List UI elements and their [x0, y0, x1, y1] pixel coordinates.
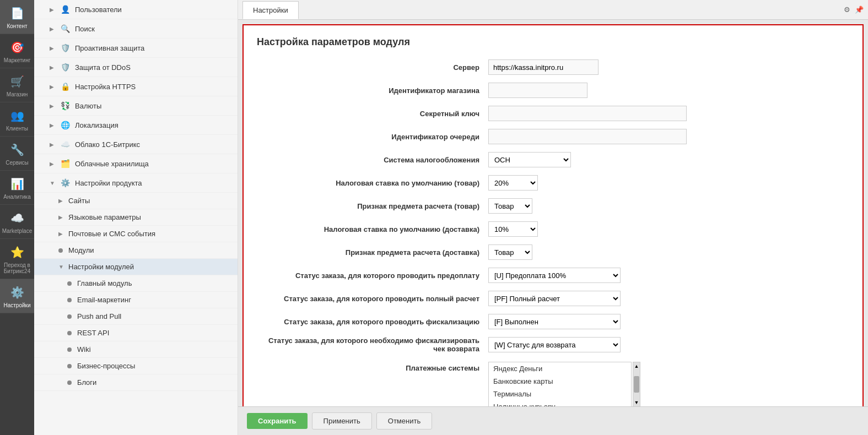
sidebar-icon-settings[interactable]: ⚙️Настройки: [0, 279, 34, 313]
tax-system-label: Система налогообложения: [257, 156, 488, 164]
server-row: Сервер: [257, 59, 849, 75]
listbox-scrollbar[interactable]: ▲ ▼: [633, 362, 640, 406]
sidebar-icon-marketplace[interactable]: ☁️Marketplace: [0, 205, 34, 239]
scrollbar-thumb[interactable]: [634, 376, 639, 393]
prepayment-label: Статус заказа, для которого проводить пр…: [257, 271, 488, 280]
shop-id-label: Идентификатор магазина: [257, 86, 488, 95]
tax-system-row: Система налогообложения ОСН УСН Доход УС…: [257, 151, 849, 168]
nav-bullet-rest-api: [67, 331, 72, 335]
clients-icon: 👥: [9, 108, 25, 123]
payment-item[interactable]: Терминалы: [489, 388, 631, 400]
sidebar-icon-clients[interactable]: 👥Клиенты: [0, 102, 34, 137]
full-payment-select[interactable]: [PF] Полный расчет [U] Предоплата 100% […: [488, 291, 621, 306]
nav-item-cloud1c[interactable]: ▶☁️Облако 1С-Битрикс: [34, 135, 238, 154]
marketing-label: Маркетинг: [4, 57, 31, 63]
tax-rate-select[interactable]: 20% 10% 0% Без НДС: [488, 175, 538, 191]
nav-bullet-blogs: [67, 380, 72, 385]
delivery-type-row: Признак предмета расчета (доставка) Това…: [257, 244, 849, 260]
sidebar-icon-services[interactable]: 🔧Сервисы: [0, 137, 34, 171]
item-type-field: Товар Услуга Работа: [488, 198, 849, 214]
nav-item-localization[interactable]: ▶🌐Локализация: [34, 116, 238, 135]
nav-item-proactive[interactable]: ▶🛡️Проактивная защита: [34, 39, 238, 58]
sidebar-icon-content[interactable]: 📄Контент: [0, 0, 34, 34]
nav-item-https[interactable]: ▶🔒Настройка HTTPS: [34, 77, 238, 96]
payment-item[interactable]: Яндекс Деньги: [489, 362, 631, 375]
nav-item-modules[interactable]: Модули: [34, 242, 238, 259]
payment-item[interactable]: Наличные курьеру: [489, 400, 631, 406]
nav-item-currencies[interactable]: ▶💱Валюты: [34, 96, 238, 116]
nav-item-module-settings[interactable]: ▼Настройки модулей: [34, 259, 238, 275]
nav-item-search[interactable]: ▶🔍Поиск: [34, 19, 238, 39]
nav-label-https: Настройка HTTPS: [75, 83, 136, 91]
queue-id-input[interactable]: [488, 129, 687, 144]
server-label: Сервер: [257, 63, 488, 72]
nav-arrow-ddos: ▶: [50, 64, 57, 70]
content-label: Контент: [7, 23, 27, 29]
nav-item-main-module[interactable]: Главный модуль: [34, 275, 238, 292]
sidebar-icon-analytics[interactable]: 📊Аналитика: [0, 171, 34, 205]
scrollbar-up-icon[interactable]: ▲: [634, 363, 639, 369]
nav-bullet-push-pull: [67, 314, 72, 319]
gear-icon[interactable]: ⚙: [844, 6, 850, 14]
sidebar-icon-shop[interactable]: 🛒Магазин: [0, 68, 34, 102]
bitrix24-label: Переход в Битрикс24: [2, 262, 32, 274]
nav-item-users[interactable]: ▶👤Пользователи: [34, 0, 238, 19]
full-payment-field: [PF] Полный расчет [U] Предоплата 100% […: [488, 291, 849, 306]
nav-item-mail-sms[interactable]: ▶Почтовые и СМС события: [34, 226, 238, 242]
nav-icon-localization: 🌐: [60, 119, 71, 130]
services-label: Сервисы: [6, 160, 28, 166]
nav-item-product-settings[interactable]: ▼⚙️Настройки продукта: [34, 173, 238, 193]
nav-arrow-users: ▶: [50, 7, 57, 13]
server-input[interactable]: [488, 59, 599, 75]
delivery-type-select[interactable]: Товар Услуга: [488, 244, 532, 260]
cancel-button[interactable]: Отменить: [376, 412, 432, 429]
nav-item-rest-api[interactable]: REST API: [34, 325, 238, 341]
nav-item-sites[interactable]: ▶Сайты: [34, 193, 238, 209]
scrollbar-down-icon[interactable]: ▼: [634, 400, 639, 405]
pin-icon[interactable]: 📌: [855, 6, 864, 14]
item-type-select[interactable]: Товар Услуга Работа: [488, 198, 532, 214]
payment-listbox[interactable]: Яндекс ДеньгиБанковские картыТерминалыНа…: [488, 362, 632, 406]
full-payment-row: Статус заказа, для которого проводить по…: [257, 290, 849, 307]
secret-key-input[interactable]: [488, 106, 687, 121]
tax-system-select[interactable]: ОСН УСН Доход УСН Доход-Расход ЕНВД ЕСН …: [488, 152, 571, 167]
nav-item-wiki[interactable]: Wiki: [34, 341, 238, 358]
nav-item-blogs[interactable]: Блоги: [34, 374, 238, 391]
nav-label-module-settings: Настройки модулей: [68, 263, 134, 271]
nav-item-push-pull[interactable]: Push and Pull: [34, 308, 238, 325]
return-check-select[interactable]: [W] Статус для возврата [F] Выполнен [PF…: [488, 337, 621, 352]
fiscalization-label: Статус заказа, для которого проводить фи…: [257, 318, 488, 326]
payment-systems-field: Яндекс ДеньгиБанковские картыТерминалыНа…: [488, 362, 849, 406]
shop-id-input[interactable]: [488, 83, 587, 98]
nav-label-users: Пользователи: [75, 6, 122, 14]
nav-label-blogs: Блоги: [77, 378, 96, 387]
nav-arrow-sites: ▶: [58, 198, 66, 204]
nav-label-sites: Сайты: [68, 197, 90, 205]
save-button[interactable]: Сохранить: [247, 413, 308, 429]
form-panel: Настройка параметров модуля Сервер Идент…: [242, 24, 864, 406]
nav-item-ddos[interactable]: ▶🛡️Защита от DDoS: [34, 58, 238, 77]
nav-bullet-wiki: [67, 347, 72, 352]
nav-item-lang[interactable]: ▶Языковые параметры: [34, 209, 238, 226]
tab-settings[interactable]: Настройки: [242, 1, 299, 19]
delivery-tax-select[interactable]: 10% 20% 0% Без НДС: [488, 221, 538, 237]
nav-icon-product-settings: ⚙️: [60, 177, 71, 188]
nav-item-email-marketing[interactable]: Email-маркетинг: [34, 292, 238, 308]
nav-bullet-email-marketing: [67, 298, 72, 302]
settings-icon: ⚙️: [9, 285, 25, 300]
nav-label-email-marketing: Email-маркетинг: [77, 296, 131, 304]
tax-rate-label: Налоговая ставка по умолчанию (товар): [257, 179, 488, 187]
main-area: ▶👤Пользователи▶🔍Поиск▶🛡️Проактивная защи…: [34, 0, 868, 435]
nav-item-biz-process[interactable]: Бизнес-процессы: [34, 358, 238, 374]
fiscalization-select[interactable]: [F] Выполнен [PF] Полный расчет [U] Пред…: [488, 314, 621, 329]
prepayment-select[interactable]: [U] Предоплата 100% [PF] Полный расчет […: [488, 268, 621, 283]
sidebar-icon-marketing[interactable]: 🎯Маркетинг: [0, 34, 34, 68]
nav-item-cloud-storage[interactable]: ▶🗂️Облачные хранилища: [34, 154, 238, 173]
payment-item[interactable]: Банковские карты: [489, 375, 631, 388]
nav-arrow-cloud-storage: ▶: [50, 161, 57, 167]
action-bar: Сохранить Применить Отменить: [238, 406, 868, 435]
sidebar-icon-bitrix24[interactable]: ⭐Переход в Битрикс24: [0, 239, 34, 279]
payment-systems-label: Платежные системы: [257, 362, 488, 372]
apply-button[interactable]: Применить: [312, 412, 372, 429]
nav-label-mail-sms: Почтовые и СМС события: [68, 230, 155, 238]
